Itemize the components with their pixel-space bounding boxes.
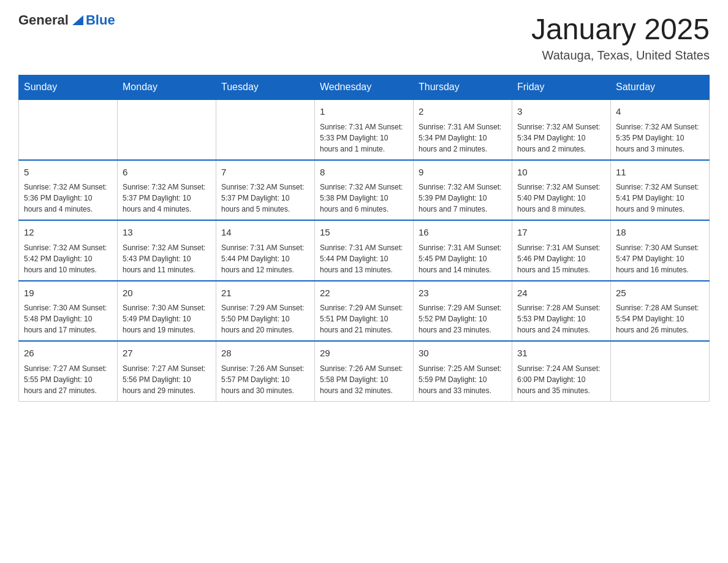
day-info: Sunrise: 7:31 AM Sunset: 5:44 PM Dayligh… bbox=[320, 242, 408, 275]
calendar-cell: 8Sunrise: 7:32 AM Sunset: 5:38 PM Daylig… bbox=[315, 160, 414, 221]
calendar-cell: 15Sunrise: 7:31 AM Sunset: 5:44 PM Dayli… bbox=[315, 220, 414, 281]
calendar-cell: 7Sunrise: 7:32 AM Sunset: 5:37 PM Daylig… bbox=[216, 160, 315, 221]
day-info: Sunrise: 7:29 AM Sunset: 5:51 PM Dayligh… bbox=[320, 302, 408, 335]
day-number: 21 bbox=[221, 286, 309, 301]
day-info: Sunrise: 7:31 AM Sunset: 5:44 PM Dayligh… bbox=[221, 242, 309, 275]
calendar-cell: 6Sunrise: 7:32 AM Sunset: 5:37 PM Daylig… bbox=[118, 160, 216, 221]
logo: General Blue bbox=[18, 12, 115, 28]
day-number: 27 bbox=[123, 347, 211, 361]
calendar-cell: 12Sunrise: 7:32 AM Sunset: 5:42 PM Dayli… bbox=[19, 220, 118, 281]
day-info: Sunrise: 7:31 AM Sunset: 5:33 PM Dayligh… bbox=[320, 121, 408, 155]
day-info: Sunrise: 7:32 AM Sunset: 5:34 PM Dayligh… bbox=[517, 121, 605, 155]
calendar-week-1: 1Sunrise: 7:31 AM Sunset: 5:33 PM Daylig… bbox=[19, 99, 710, 160]
location-text: Watauga, Texas, United States bbox=[531, 48, 710, 63]
calendar-header-row: SundayMondayTuesdayWednesdayThursdayFrid… bbox=[19, 75, 710, 100]
day-number: 17 bbox=[517, 226, 605, 240]
calendar-cell: 9Sunrise: 7:32 AM Sunset: 5:39 PM Daylig… bbox=[414, 160, 512, 221]
calendar-cell: 20Sunrise: 7:30 AM Sunset: 5:49 PM Dayli… bbox=[118, 281, 216, 342]
day-info: Sunrise: 7:32 AM Sunset: 5:37 PM Dayligh… bbox=[123, 182, 211, 215]
calendar-cell: 13Sunrise: 7:32 AM Sunset: 5:43 PM Dayli… bbox=[118, 220, 216, 281]
logo-general-text: General bbox=[18, 12, 69, 28]
day-number: 1 bbox=[320, 105, 408, 119]
day-info: Sunrise: 7:25 AM Sunset: 5:59 PM Dayligh… bbox=[419, 363, 507, 396]
day-info: Sunrise: 7:31 AM Sunset: 5:34 PM Dayligh… bbox=[419, 121, 507, 155]
day-info: Sunrise: 7:31 AM Sunset: 5:46 PM Dayligh… bbox=[517, 242, 605, 275]
day-info: Sunrise: 7:28 AM Sunset: 5:53 PM Dayligh… bbox=[517, 302, 605, 335]
calendar-week-5: 26Sunrise: 7:27 AM Sunset: 5:55 PM Dayli… bbox=[19, 341, 710, 401]
day-number: 5 bbox=[24, 166, 112, 180]
day-number: 9 bbox=[419, 166, 507, 180]
calendar-week-3: 12Sunrise: 7:32 AM Sunset: 5:42 PM Dayli… bbox=[19, 220, 710, 281]
calendar-cell: 4Sunrise: 7:32 AM Sunset: 5:35 PM Daylig… bbox=[611, 99, 710, 160]
calendar-header-saturday: Saturday bbox=[611, 75, 710, 100]
logo-triangle-icon bbox=[72, 15, 83, 25]
day-number: 25 bbox=[616, 286, 704, 301]
calendar-header-sunday: Sunday bbox=[19, 75, 118, 100]
day-number: 7 bbox=[221, 166, 309, 180]
calendar-cell: 1Sunrise: 7:31 AM Sunset: 5:33 PM Daylig… bbox=[315, 99, 414, 160]
day-info: Sunrise: 7:30 AM Sunset: 5:49 PM Dayligh… bbox=[123, 302, 211, 335]
day-info: Sunrise: 7:28 AM Sunset: 5:54 PM Dayligh… bbox=[616, 302, 704, 335]
day-info: Sunrise: 7:31 AM Sunset: 5:45 PM Dayligh… bbox=[419, 242, 507, 275]
day-number: 4 bbox=[616, 105, 704, 119]
day-info: Sunrise: 7:24 AM Sunset: 6:00 PM Dayligh… bbox=[517, 363, 605, 396]
day-number: 13 bbox=[123, 226, 211, 240]
day-info: Sunrise: 7:32 AM Sunset: 5:40 PM Dayligh… bbox=[517, 182, 605, 215]
day-number: 26 bbox=[24, 347, 112, 361]
month-title: January 2025 bbox=[531, 12, 710, 46]
day-number: 14 bbox=[221, 226, 309, 240]
day-info: Sunrise: 7:26 AM Sunset: 5:57 PM Dayligh… bbox=[221, 363, 309, 396]
page-header: General Blue January 2025 Watauga, Texas… bbox=[18, 12, 710, 63]
calendar-cell: 30Sunrise: 7:25 AM Sunset: 5:59 PM Dayli… bbox=[414, 341, 512, 401]
calendar-cell: 3Sunrise: 7:32 AM Sunset: 5:34 PM Daylig… bbox=[512, 99, 611, 160]
day-info: Sunrise: 7:30 AM Sunset: 5:47 PM Dayligh… bbox=[616, 242, 704, 275]
day-number: 11 bbox=[616, 166, 704, 180]
calendar-cell: 14Sunrise: 7:31 AM Sunset: 5:44 PM Dayli… bbox=[216, 220, 315, 281]
day-info: Sunrise: 7:29 AM Sunset: 5:50 PM Dayligh… bbox=[221, 302, 309, 335]
day-number: 2 bbox=[419, 105, 507, 119]
calendar-cell: 31Sunrise: 7:24 AM Sunset: 6:00 PM Dayli… bbox=[512, 341, 611, 401]
calendar-cell: 17Sunrise: 7:31 AM Sunset: 5:46 PM Dayli… bbox=[512, 220, 611, 281]
calendar-header-friday: Friday bbox=[512, 75, 611, 100]
day-number: 3 bbox=[517, 105, 605, 119]
day-info: Sunrise: 7:32 AM Sunset: 5:35 PM Dayligh… bbox=[616, 121, 704, 155]
day-number: 10 bbox=[517, 166, 605, 180]
calendar-week-4: 19Sunrise: 7:30 AM Sunset: 5:48 PM Dayli… bbox=[19, 281, 710, 342]
calendar-header-thursday: Thursday bbox=[414, 75, 512, 100]
day-number: 29 bbox=[320, 347, 408, 361]
calendar-header-wednesday: Wednesday bbox=[315, 75, 414, 100]
calendar-cell: 25Sunrise: 7:28 AM Sunset: 5:54 PM Dayli… bbox=[611, 281, 710, 342]
day-number: 8 bbox=[320, 166, 408, 180]
calendar-cell bbox=[611, 341, 710, 401]
day-number: 22 bbox=[320, 286, 408, 301]
day-number: 24 bbox=[517, 286, 605, 301]
day-number: 20 bbox=[123, 286, 211, 301]
day-number: 23 bbox=[419, 286, 507, 301]
svg-marker-0 bbox=[72, 15, 83, 25]
day-number: 31 bbox=[517, 347, 605, 361]
calendar-cell: 19Sunrise: 7:30 AM Sunset: 5:48 PM Dayli… bbox=[19, 281, 118, 342]
day-info: Sunrise: 7:32 AM Sunset: 5:39 PM Dayligh… bbox=[419, 182, 507, 215]
calendar-cell: 23Sunrise: 7:29 AM Sunset: 5:52 PM Dayli… bbox=[414, 281, 512, 342]
day-info: Sunrise: 7:29 AM Sunset: 5:52 PM Dayligh… bbox=[419, 302, 507, 335]
calendar-cell: 5Sunrise: 7:32 AM Sunset: 5:36 PM Daylig… bbox=[19, 160, 118, 221]
calendar-cell: 11Sunrise: 7:32 AM Sunset: 5:41 PM Dayli… bbox=[611, 160, 710, 221]
day-number: 18 bbox=[616, 226, 704, 240]
title-section: January 2025 Watauga, Texas, United Stat… bbox=[531, 12, 710, 63]
day-info: Sunrise: 7:32 AM Sunset: 5:42 PM Dayligh… bbox=[24, 242, 112, 275]
day-number: 12 bbox=[24, 226, 112, 240]
calendar-cell: 21Sunrise: 7:29 AM Sunset: 5:50 PM Dayli… bbox=[216, 281, 315, 342]
calendar-cell: 27Sunrise: 7:27 AM Sunset: 5:56 PM Dayli… bbox=[118, 341, 216, 401]
day-info: Sunrise: 7:32 AM Sunset: 5:36 PM Dayligh… bbox=[24, 182, 112, 215]
day-info: Sunrise: 7:30 AM Sunset: 5:48 PM Dayligh… bbox=[24, 302, 112, 335]
calendar-cell: 26Sunrise: 7:27 AM Sunset: 5:55 PM Dayli… bbox=[19, 341, 118, 401]
day-info: Sunrise: 7:32 AM Sunset: 5:43 PM Dayligh… bbox=[123, 242, 211, 275]
day-info: Sunrise: 7:27 AM Sunset: 5:56 PM Dayligh… bbox=[123, 363, 211, 396]
calendar-header-monday: Monday bbox=[118, 75, 216, 100]
day-number: 15 bbox=[320, 226, 408, 240]
calendar-cell: 2Sunrise: 7:31 AM Sunset: 5:34 PM Daylig… bbox=[414, 99, 512, 160]
logo-blue-text: Blue bbox=[86, 12, 115, 28]
day-number: 28 bbox=[221, 347, 309, 361]
day-info: Sunrise: 7:27 AM Sunset: 5:55 PM Dayligh… bbox=[24, 363, 112, 396]
day-number: 6 bbox=[123, 166, 211, 180]
